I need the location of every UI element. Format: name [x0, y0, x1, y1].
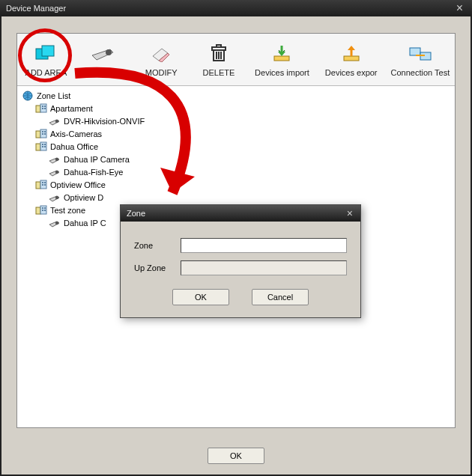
- device-icon: [49, 192, 61, 203]
- export-icon: [339, 43, 364, 65]
- svg-rect-55: [36, 207, 40, 214]
- tree-area[interactable]: Apartament: [35, 103, 450, 115]
- add-area-button[interactable]: ADD AREA: [17, 34, 75, 85]
- toolbar-label: Connection Test: [391, 68, 450, 77]
- area-icon: [35, 129, 47, 139]
- svg-rect-59: [42, 210, 43, 211]
- zone-input[interactable]: [181, 238, 347, 253]
- svg-rect-28: [44, 108, 46, 109]
- svg-rect-36: [44, 133, 46, 135]
- delete-button[interactable]: DELETE: [190, 34, 248, 85]
- add-device-button[interactable]: ADD D: [75, 34, 133, 85]
- svg-rect-12: [274, 56, 289, 61]
- svg-rect-49: [42, 182, 43, 183]
- tree-root[interactable]: Zone List: [22, 90, 450, 102]
- tree-device-label: DVR-Hikvision-ONVIF: [64, 117, 145, 126]
- svg-rect-51: [42, 184, 43, 186]
- dialog-title-bar: Zone ×: [121, 205, 360, 222]
- svg-point-62: [55, 222, 58, 225]
- modify-button[interactable]: MODIFY: [133, 34, 190, 85]
- area-icon: [35, 205, 47, 216]
- svg-rect-33: [42, 131, 43, 132]
- tree-area[interactable]: Dahua Office: [35, 141, 450, 153]
- tree-area-label: Dahua Office: [50, 142, 98, 151]
- tree-area[interactable]: Optiview Office: [35, 179, 450, 191]
- device-icon: [49, 116, 61, 126]
- tree-device-label: Optiview D: [64, 193, 103, 202]
- tree-device-label: Dahua-Fish-Eye: [64, 168, 123, 177]
- svg-rect-52: [44, 184, 46, 186]
- device-icon: [49, 154, 61, 165]
- zone-dialog: Zone × Zone Up Zone OK Cancel: [120, 204, 361, 318]
- ok-button[interactable]: OK: [208, 448, 264, 464]
- connection-icon: [408, 43, 433, 65]
- upzone-label: Up Zone: [134, 263, 181, 272]
- dialog-cancel-button[interactable]: Cancel: [252, 289, 309, 305]
- toolbar-label: Devices expor: [325, 68, 378, 77]
- area-icon: [35, 103, 47, 114]
- bottom-button-row: OK: [1, 448, 471, 464]
- svg-marker-18: [348, 46, 355, 50]
- devices-export-button[interactable]: Devices expor: [317, 34, 386, 85]
- tree-device-label: Dahua IP C: [64, 219, 106, 228]
- globe-icon: [22, 91, 34, 101]
- tree-root-label: Zone List: [37, 91, 70, 100]
- tree-area-label: Test zone: [50, 206, 85, 215]
- toolbar-label: DELETE: [203, 68, 235, 77]
- svg-point-3: [106, 49, 112, 55]
- svg-rect-60: [44, 210, 46, 211]
- toolbar: ADD AREA ADD D: [17, 34, 455, 86]
- upzone-input[interactable]: [181, 260, 347, 275]
- svg-rect-40: [44, 144, 46, 145]
- import-icon: [269, 43, 294, 65]
- svg-point-54: [55, 196, 58, 199]
- area-icon: [35, 180, 47, 190]
- svg-rect-25: [42, 106, 43, 107]
- svg-rect-16: [344, 56, 359, 61]
- svg-rect-42: [44, 146, 46, 147]
- svg-point-30: [55, 120, 58, 123]
- svg-rect-41: [42, 146, 43, 147]
- dialog-body: Zone Up Zone OK Cancel: [121, 222, 360, 317]
- svg-rect-26: [44, 106, 46, 107]
- svg-rect-50: [44, 182, 46, 183]
- tree-device[interactable]: Dahua IP Camera: [49, 153, 450, 165]
- svg-rect-47: [36, 182, 40, 189]
- toolbar-label: ADD AREA: [25, 68, 67, 77]
- toolbar-label: Devices import: [255, 68, 309, 77]
- tree-area-label: Axis-Cameras: [50, 129, 102, 138]
- dialog-title: Zone: [127, 209, 145, 218]
- svg-rect-23: [36, 106, 40, 112]
- svg-rect-57: [42, 207, 43, 209]
- svg-point-46: [55, 171, 58, 174]
- tree-device[interactable]: DVR-Hikvision-ONVIF: [49, 115, 450, 127]
- svg-rect-58: [44, 207, 46, 209]
- svg-marker-15: [278, 52, 285, 56]
- area-icon: [35, 141, 47, 152]
- device-icon: [49, 167, 61, 177]
- window-title-bar: Device Manager ×: [0, 0, 472, 16]
- tree-area-label: Apartament: [50, 104, 93, 113]
- tree-device[interactable]: Dahua-Fish-Eye: [49, 166, 450, 178]
- dialog-ok-button[interactable]: OK: [172, 289, 229, 305]
- connection-test-button[interactable]: Connection Test: [386, 34, 455, 85]
- svg-rect-31: [36, 131, 40, 138]
- toolbar-label: MODIFY: [145, 68, 178, 77]
- svg-rect-34: [44, 131, 46, 132]
- tree-area[interactable]: Axis-Cameras: [35, 128, 450, 140]
- tree-device[interactable]: Optiview D: [49, 192, 450, 204]
- eraser-icon: [148, 43, 174, 65]
- add-area-icon: [33, 43, 58, 65]
- add-device-icon: [91, 43, 116, 65]
- close-icon[interactable]: ×: [345, 207, 354, 219]
- zone-label: Zone: [134, 241, 181, 250]
- toolbar-label: ADD D: [91, 68, 116, 77]
- tree-device-label: Dahua IP Camera: [64, 155, 130, 164]
- svg-rect-1: [42, 46, 54, 56]
- svg-point-44: [55, 158, 58, 161]
- svg-rect-37: [36, 144, 40, 150]
- close-icon[interactable]: ×: [453, 1, 466, 15]
- devices-import-button[interactable]: Devices import: [247, 34, 316, 85]
- svg-rect-27: [42, 108, 43, 109]
- trash-icon: [206, 43, 232, 65]
